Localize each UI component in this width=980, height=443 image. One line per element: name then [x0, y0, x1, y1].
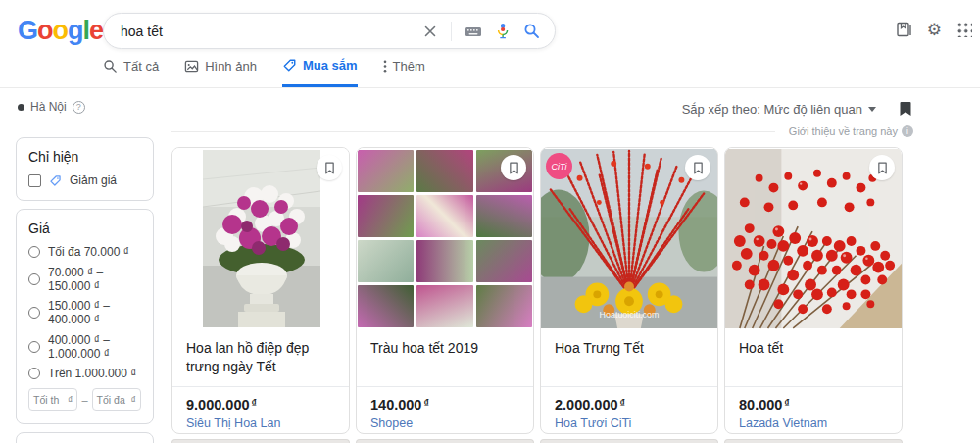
- product-card[interactable]: Hoa lan hồ điệp đẹp trưng ngày Tết 9.000…: [172, 147, 350, 434]
- filter-option-label: Giảm giá: [70, 173, 117, 187]
- price-option[interactable]: 70.000 ₫ – 150.000 ₫: [28, 266, 141, 293]
- currency-symbol: ₫: [131, 394, 136, 406]
- keyboard-icon[interactable]: [465, 24, 482, 39]
- product-card[interactable]: Hoa tết 80.000₫ Lazada Vietnam Giao hàng…: [724, 147, 903, 434]
- product-price: 2.000.000₫: [555, 397, 704, 413]
- content-divider: [172, 131, 775, 132]
- radio[interactable]: [28, 246, 40, 258]
- price-option-label: 150.000 ₫ – 400.000 ₫: [48, 299, 141, 326]
- tab-shopping[interactable]: Mua sắm: [282, 55, 358, 87]
- tab-label: Hình ảnh: [205, 59, 257, 74]
- radio[interactable]: [28, 368, 40, 379]
- product-title[interactable]: Hoa tết: [725, 329, 902, 376]
- tab-label: Tất cả: [123, 59, 159, 74]
- apps-grid-icon[interactable]: [956, 22, 972, 37]
- close-icon[interactable]: [422, 24, 438, 39]
- image-icon: [184, 59, 199, 74]
- radio[interactable]: [28, 273, 40, 285]
- tab-label: Mua sắm: [303, 58, 358, 73]
- logo-letter: G: [18, 16, 37, 46]
- search-input[interactable]: [121, 24, 422, 39]
- bookmark-icon: [692, 161, 705, 175]
- range-separator: –: [81, 394, 87, 406]
- tab-label: Thêm: [393, 59, 425, 74]
- tab-images[interactable]: Hình ảnh: [184, 55, 257, 87]
- question-circle-icon[interactable]: ?: [73, 101, 85, 114]
- filter-card-shipping: Vận chuyển Vận chuyển miễn phí: [16, 432, 154, 443]
- radio[interactable]: [28, 307, 40, 319]
- save-product-button[interactable]: [685, 155, 710, 180]
- product-price: 80.000₫: [739, 397, 888, 413]
- header: Google ⚙: [0, 0, 980, 61]
- bookmark-icon: [323, 161, 336, 175]
- logo-letter: o: [37, 16, 53, 46]
- currency-symbol: ₫: [784, 397, 789, 409]
- product-seller-link[interactable]: Shopee: [370, 417, 519, 430]
- checkbox[interactable]: [28, 174, 41, 187]
- price-option-label: 400.000 ₫ – 1.000.000 ₫: [48, 333, 141, 361]
- about-this-page-link[interactable]: Giới thiệu về trang này i: [789, 125, 913, 137]
- sort-dropdown[interactable]: Sắp xếp theo: Mức độ liên quan: [682, 102, 876, 117]
- more-vertical-icon: [383, 59, 387, 74]
- price-option[interactable]: Tối đa 70.000 ₫: [28, 245, 141, 259]
- save-product-button[interactable]: [869, 155, 895, 180]
- saved-collections-icon[interactable]: [895, 21, 912, 38]
- price-option-label: 70.000 ₫ – 150.000 ₫: [48, 266, 141, 293]
- product-image[interactable]: Hoatuoiciti.com CiTi: [541, 148, 717, 329]
- currency-symbol: ₫: [68, 394, 73, 406]
- search-icon: [103, 59, 118, 74]
- product-image[interactable]: [357, 148, 533, 329]
- location-label: Hà Nội: [30, 100, 67, 114]
- next-row-card-edge: [172, 439, 350, 443]
- product-title[interactable]: Hoa lan hồ điệp đẹp trưng ngày Tết: [172, 329, 349, 376]
- bookmark-icon: [508, 161, 520, 175]
- max-price-placeholder: Tối đa: [97, 394, 125, 406]
- gear-icon[interactable]: ⚙: [927, 22, 942, 38]
- price-option-label: Trên 1.000.000 ₫: [48, 367, 136, 380]
- tab-more[interactable]: Thêm: [383, 55, 425, 87]
- filter-card-price: Giá Tối đa 70.000 ₫ 70.000 ₫ – 150.000 ₫…: [16, 209, 154, 424]
- logo-letter: o: [53, 16, 69, 46]
- tab-all[interactable]: Tất cả: [103, 55, 159, 87]
- filter-title: Giá: [28, 221, 141, 236]
- product-seller-link[interactable]: Siêu Thị Hoa Lan: [186, 417, 335, 430]
- currency-symbol: ₫: [423, 397, 428, 409]
- logo-letter: g: [68, 16, 83, 46]
- product-card[interactable]: Tràu hoa tết 2019 140.000₫ Shopee 0 ₫ gi…: [356, 147, 534, 434]
- logo-letter: e: [89, 16, 103, 46]
- price-option-label: Tối đa 70.000 ₫: [48, 245, 129, 259]
- location-dot-icon: [18, 104, 24, 111]
- filter-option-discount[interactable]: Giảm giá: [28, 173, 141, 187]
- search-icon[interactable]: [523, 23, 540, 39]
- product-title[interactable]: Tràu hoa tết 2019: [357, 329, 533, 376]
- price-option[interactable]: Trên 1.000.000 ₫: [28, 367, 141, 380]
- product-seller-link[interactable]: Hoa Tươi CiTi: [555, 417, 704, 430]
- mic-icon[interactable]: [495, 23, 511, 39]
- price-option[interactable]: 400.000 ₫ – 1.000.000 ₫: [28, 333, 141, 361]
- shopping-tag-icon: [282, 58, 297, 73]
- google-logo[interactable]: Google: [18, 16, 103, 46]
- price-option[interactable]: 150.000 ₫ – 400.000 ₫: [28, 299, 141, 326]
- save-product-button[interactable]: [501, 155, 526, 180]
- orchid-pot-photo: [203, 150, 320, 327]
- min-price-placeholder: Tối th: [33, 394, 59, 406]
- min-price-input[interactable]: Tối th ₫: [28, 388, 77, 411]
- currency-symbol: ₫: [252, 397, 257, 409]
- save-product-button[interactable]: [317, 155, 342, 180]
- product-image[interactable]: [725, 148, 902, 329]
- citi-brand-badge: CiTi: [546, 153, 572, 179]
- price-tag-icon: [49, 174, 62, 187]
- product-seller-link[interactable]: Lazada Vietnam: [739, 417, 888, 430]
- radio[interactable]: [28, 341, 40, 353]
- tabs-divider: [0, 87, 980, 88]
- product-image[interactable]: [172, 148, 349, 329]
- product-title[interactable]: Hoa Trưng Tết: [541, 329, 717, 376]
- product-card[interactable]: Hoatuoiciti.com CiTi Hoa Trưng Tết 2.000…: [540, 147, 718, 434]
- next-row-card-edge: [724, 439, 903, 443]
- max-price-input[interactable]: Tối đa ₫: [92, 388, 141, 411]
- bookmark-filled-icon[interactable]: [898, 100, 913, 118]
- next-row-card-edge: [356, 439, 534, 443]
- filter-sidebar: Chỉ hiện Giảm giá Giá Tối đa 70.000 ₫ 70…: [16, 137, 154, 443]
- search-bar[interactable]: [103, 13, 556, 49]
- result-tabs: Tất cả Hình ảnh Mua sắm Thêm: [103, 55, 425, 87]
